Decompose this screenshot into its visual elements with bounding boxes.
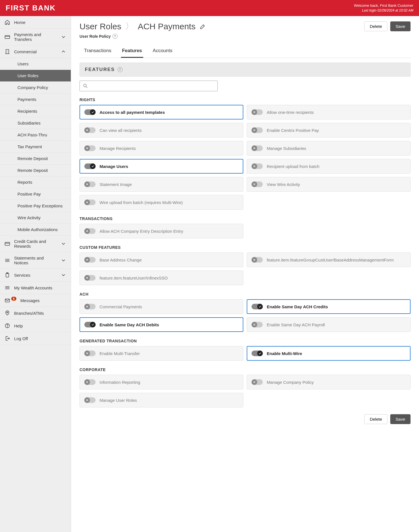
sidebar-item-users[interactable]: Users bbox=[0, 58, 71, 70]
save-button[interactable]: Save bbox=[390, 21, 411, 31]
feature-card: Allow one-time recipients bbox=[247, 105, 411, 119]
sidebar-item-remote-deposit[interactable]: Remote Deposit bbox=[0, 153, 71, 165]
sidebar-item-recipients[interactable]: Recipients bbox=[0, 105, 71, 117]
feature-card: Can view all recipients bbox=[80, 123, 243, 138]
search-icon bbox=[83, 83, 88, 89]
sidebar-item-ach-passthru[interactable]: ACH Pass-Thru bbox=[0, 129, 71, 141]
pin-icon bbox=[5, 310, 10, 316]
help-tooltip-icon[interactable]: ? bbox=[113, 34, 118, 39]
feature-card: Enable Same Day ACH Debits bbox=[80, 317, 243, 332]
feature-toggle[interactable] bbox=[84, 322, 96, 327]
feature-toggle[interactable] bbox=[252, 181, 263, 187]
nav-label: Help bbox=[14, 323, 23, 328]
feature-toggle[interactable] bbox=[84, 228, 96, 234]
feature-toggle[interactable] bbox=[252, 351, 263, 356]
feature-toggle[interactable] bbox=[84, 257, 96, 263]
search-input[interactable] bbox=[91, 84, 215, 88]
feature-toggle[interactable] bbox=[252, 145, 263, 151]
tab-transactions[interactable]: Transactions bbox=[83, 46, 113, 58]
feature-toggle[interactable] bbox=[252, 304, 263, 309]
x-icon bbox=[252, 163, 257, 169]
sidebar-item-company-policy[interactable]: Company Policy bbox=[0, 82, 71, 94]
feature-toggle[interactable] bbox=[84, 351, 96, 356]
sidebar-item-user-roles[interactable]: User Roles bbox=[0, 70, 71, 82]
nav-credit-cards[interactable]: Credit Cards and Rewards bbox=[0, 236, 71, 252]
feature-card: Enable Same Day ACH Credits bbox=[247, 299, 411, 314]
search-box[interactable] bbox=[80, 81, 218, 91]
sidebar-item-remote-deposit-2[interactable]: Remote Deposit bbox=[0, 165, 71, 176]
sidebar-item-positive-pay-exceptions[interactable]: Positive Pay Exceptions bbox=[0, 200, 71, 212]
nav-services[interactable]: Services bbox=[0, 269, 71, 281]
feature-toggle[interactable] bbox=[252, 163, 263, 169]
feature-toggle[interactable] bbox=[84, 275, 96, 281]
feature-label: Manage Users bbox=[100, 164, 128, 169]
feature-label: Recipient upload from batch bbox=[267, 164, 319, 169]
feature-toggle[interactable] bbox=[84, 304, 96, 309]
check-icon bbox=[90, 322, 96, 327]
tab-accounts[interactable]: Accounts bbox=[152, 46, 174, 58]
help-icon bbox=[5, 323, 10, 329]
feature-card: Manage Subsidiaries bbox=[247, 141, 411, 156]
feature-toggle[interactable] bbox=[84, 127, 96, 133]
nav-payments-transfers[interactable]: Payments and Transfers bbox=[0, 29, 71, 45]
save-button-footer[interactable]: Save bbox=[390, 414, 411, 424]
feature-toggle[interactable] bbox=[252, 127, 263, 133]
nav-commercial[interactable]: Commercial bbox=[0, 45, 71, 58]
x-icon bbox=[252, 181, 257, 187]
tab-features[interactable]: Features bbox=[121, 46, 143, 58]
sidebar-item-reports[interactable]: Reports bbox=[0, 176, 71, 188]
feature-toggle[interactable] bbox=[84, 145, 96, 151]
feature-toggle[interactable] bbox=[84, 163, 96, 169]
nav-wealth[interactable]: My Wealth Accounts bbox=[0, 281, 71, 294]
sidebar-item-payments[interactable]: Payments bbox=[0, 94, 71, 105]
x-icon bbox=[84, 257, 90, 263]
sidebar-item-subsidiaries[interactable]: Subsidiaries bbox=[0, 117, 71, 129]
sidebar-item-wire-activity[interactable]: Wire Activity bbox=[0, 212, 71, 224]
feature-toggle[interactable] bbox=[84, 379, 96, 385]
feature-toggle[interactable] bbox=[252, 257, 263, 263]
feature-toggle[interactable] bbox=[84, 397, 96, 403]
sidebar-item-positive-pay[interactable]: Positive Pay bbox=[0, 188, 71, 200]
feature-card: Manage Users bbox=[80, 159, 243, 174]
x-icon bbox=[252, 127, 257, 133]
feature-toggle[interactable] bbox=[252, 379, 263, 385]
sidebar-item-mobile-authorizations[interactable]: Mobile Authorizations bbox=[0, 224, 71, 236]
mail-icon bbox=[5, 298, 10, 303]
help-tooltip-icon[interactable]: ? bbox=[118, 67, 123, 72]
app-header: FIRST BANK Welcome back, First Bank Cust… bbox=[0, 0, 419, 16]
nav-label: Payments and Transfers bbox=[14, 32, 57, 42]
feature-toggle[interactable] bbox=[84, 109, 96, 115]
group-title-custom: CUSTOM FEATURES bbox=[80, 245, 411, 250]
feature-toggle[interactable] bbox=[84, 200, 96, 205]
sidebar-item-tax-payment[interactable]: Tax Payment bbox=[0, 141, 71, 153]
feature-card: Manage User Roles bbox=[80, 393, 243, 407]
card-icon bbox=[5, 34, 10, 40]
feature-grid-rights: Access to all payment templates Allow on… bbox=[80, 105, 411, 210]
feature-label: Can view all recipients bbox=[100, 128, 142, 133]
nav-help[interactable]: Help bbox=[0, 320, 71, 332]
home-icon bbox=[5, 19, 10, 25]
nav-label: Credit Cards and Rewards bbox=[14, 239, 57, 249]
feature-label: Enable Multi-Transfer bbox=[100, 351, 140, 356]
nav-label: My Wealth Accounts bbox=[14, 285, 52, 290]
svg-point-21 bbox=[7, 312, 8, 313]
svg-point-23 bbox=[7, 327, 7, 327]
edit-icon[interactable] bbox=[199, 23, 206, 30]
delete-button[interactable]: Delete bbox=[364, 21, 387, 31]
check-icon bbox=[90, 109, 96, 115]
welcome-block: Welcome back, First Bank Customer Last l… bbox=[354, 3, 413, 13]
section-header-features: FEATURES ? bbox=[80, 63, 411, 77]
nav-messages[interactable]: 6 Messages bbox=[0, 294, 71, 307]
feature-label: Allow ACH Company Entry Description Entr… bbox=[100, 229, 183, 234]
feature-toggle[interactable] bbox=[252, 109, 263, 115]
delete-button-footer[interactable]: Delete bbox=[364, 414, 387, 424]
nav-logoff[interactable]: Log Off bbox=[0, 332, 71, 345]
nav-branches[interactable]: Branches/ATMs bbox=[0, 307, 71, 320]
breadcrumb-root[interactable]: User Roles bbox=[80, 22, 121, 31]
x-icon bbox=[252, 145, 257, 151]
nav-statements[interactable]: Statements and Notices bbox=[0, 252, 71, 269]
feature-toggle[interactable] bbox=[252, 322, 263, 327]
feature-toggle[interactable] bbox=[84, 181, 96, 187]
nav-label: Home bbox=[14, 20, 25, 25]
nav-home[interactable]: Home bbox=[0, 16, 71, 29]
